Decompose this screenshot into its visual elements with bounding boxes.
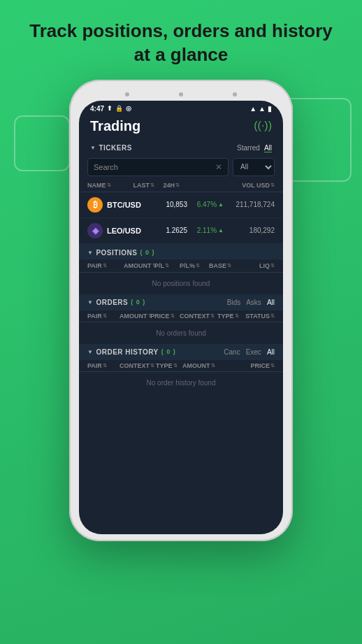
clear-search-icon[interactable]: ✕	[215, 162, 222, 172]
th-ord-amount: AMOUNT ⇅	[120, 313, 150, 320]
th-pos-base: BASE ⇅	[209, 262, 241, 269]
sort-pos-plpct-icon[interactable]: ⇅	[196, 263, 200, 269]
th-pos-liq: LIQ ⇅	[241, 262, 275, 269]
history-arrow: ▼	[87, 349, 93, 355]
phone-shell: 4:47 ⬆ 🔒 ◎ ▲ ▲ ▮ Trading ((·))	[69, 80, 293, 541]
phone-notch	[79, 90, 283, 101]
tab-exec[interactable]: Exec	[246, 348, 261, 356]
tab-bids[interactable]: Bids	[227, 299, 240, 306]
positions-table-header: PAIR ⇅ AMOUNT ⇅ P/L ⇅ P/L% ⇅	[79, 259, 283, 273]
sort-hist-context-icon[interactable]: ⇅	[150, 363, 154, 368]
tab-all-orders[interactable]: All	[267, 299, 275, 306]
tickers-title: ▼ TICKERS	[90, 144, 132, 152]
sort-ord-pair-icon[interactable]: ⇅	[103, 313, 107, 319]
orders-count-close: )	[143, 299, 145, 306]
headline: Track positions, orders and history at a…	[28, 20, 334, 67]
main-scroll-area[interactable]: ▼ TICKERS Starred All Search ✕ All	[79, 140, 283, 534]
phone-dot-2	[179, 92, 183, 96]
th-pos-plpct: P/L% ⇅	[180, 262, 209, 269]
sort-hist-pair-icon[interactable]: ⇅	[103, 363, 107, 368]
status-bar: 4:47 ⬆ 🔒 ◎ ▲ ▲ ▮	[79, 101, 283, 114]
battery-icon: ▮	[268, 105, 272, 113]
phone-screen: 4:47 ⬆ 🔒 ◎ ▲ ▲ ▮ Trading ((·))	[79, 101, 283, 534]
th-hist-context: CONTEXT ⇅	[120, 362, 156, 369]
th-pos-amount: AMOUNT ⇅	[124, 262, 154, 269]
th-pos-pair: PAIR ⇅	[87, 262, 124, 269]
sort-pos-pair-icon[interactable]: ⇅	[103, 263, 107, 269]
filter-select[interactable]: All Crypto Forex	[233, 158, 275, 176]
orders-table-header: PAIR ⇅ AMOUNT ⇅ PRICE ⇅ CONTEXT ⇅	[79, 310, 283, 322]
th-ord-type: TYPE ⇅	[217, 313, 244, 320]
no-orders-row: No orders found	[79, 322, 283, 344]
tickers-section-header: ▼ TICKERS Starred All	[79, 140, 283, 155]
leo-vol: 180,292	[224, 227, 275, 234]
sort-name-icon[interactable]: ⇅	[107, 183, 111, 188]
history-count-close: )	[173, 348, 176, 355]
sort-hist-type-icon[interactable]: ⇅	[173, 363, 178, 368]
btc-up-icon: ▲	[218, 201, 224, 208]
sort-pos-base-icon[interactable]: ⇅	[227, 263, 231, 269]
th-hist-pair: PAIR ⇅	[87, 362, 120, 369]
positions-count-close: )	[152, 249, 154, 256]
th-name: NAME ⇅	[87, 182, 124, 189]
nav-icon: ⬆	[107, 105, 113, 112]
th-ord-context: CONTEXT ⇅	[180, 313, 217, 320]
sort-hist-price-icon[interactable]: ⇅	[270, 363, 275, 368]
search-input-wrap[interactable]: Search ✕	[87, 158, 229, 176]
phone-dot-3	[233, 92, 237, 96]
app-title: Trading	[90, 118, 140, 134]
tab-all-history[interactable]: All	[267, 348, 275, 356]
th-hist-price: PRICE ⇅	[213, 362, 275, 369]
th-ord-pair: PAIR ⇅	[87, 313, 120, 320]
th-hist-type: TYPE ⇅	[156, 362, 182, 369]
tab-asks[interactable]: Asks	[246, 299, 261, 306]
th-hist-amount: AMOUNT ⇅	[182, 362, 213, 369]
no-positions-row: No positions found	[79, 273, 283, 294]
app-header: Trading ((·))	[79, 114, 283, 140]
live-feed-icon: ((·))	[254, 120, 272, 132]
leo-symbol: LEO/USD	[107, 227, 158, 235]
orders-tabs: Bids Asks All	[227, 299, 275, 306]
orders-count-open: (	[131, 299, 133, 306]
positions-arrow: ▼	[87, 250, 93, 256]
phone-mockup: 4:47 ⬆ 🔒 ◎ ▲ ▲ ▮ Trading ((·))	[69, 80, 293, 541]
leo-last: 1.2625	[158, 227, 187, 234]
orders-title: ▼ ORDERS ( 0 )	[87, 299, 145, 306]
th-pos-pl: P/L ⇅	[154, 262, 180, 269]
sort-ord-status-icon[interactable]: ⇅	[270, 313, 275, 319]
btc-change: 6.47% ▲	[187, 201, 224, 208]
leo-up-icon: ▲	[218, 227, 224, 234]
status-time: 4:47	[90, 105, 104, 113]
orders-section-header: ▼ ORDERS ( 0 ) Bids Asks All	[79, 294, 283, 310]
history-count-open: (	[161, 348, 164, 355]
phone-dot-1	[125, 92, 129, 96]
signal-icon: ▲	[249, 105, 256, 113]
status-right: ▲ ▲ ▮	[249, 105, 272, 113]
leo-change: 2.11% ▲	[187, 227, 224, 234]
th-vol-usd: VOL USD ⇅	[180, 182, 275, 189]
sort-ord-type-icon[interactable]: ⇅	[235, 313, 239, 319]
sort-pos-pl-icon[interactable]: ⇅	[165, 263, 169, 269]
history-section-header: ▼ ORDER HISTORY ( 0 ) Canc Exec All	[79, 344, 283, 360]
search-placeholder: Search	[94, 163, 215, 171]
sort-pos-liq-icon[interactable]: ⇅	[270, 263, 275, 269]
tab-canc[interactable]: Canc	[224, 348, 240, 356]
tickers-arrow: ▼	[90, 145, 96, 151]
ticker-row-btc[interactable]: ₿ BTC/USD 10,853 6.47% ▲ 211,718,724	[79, 192, 283, 218]
tab-all[interactable]: All	[264, 144, 272, 152]
sort-ord-price-icon[interactable]: ⇅	[171, 313, 175, 319]
sort-ord-context-icon[interactable]: ⇅	[210, 313, 215, 319]
wifi-signal-icon: ▲	[259, 105, 266, 113]
th-ord-price: PRICE ⇅	[150, 313, 180, 320]
th-24h: 24H ⇅	[154, 182, 180, 189]
ticker-row-leo[interactable]: ◈ LEO/USD 1.2625 2.11% ▲ 180,292	[79, 218, 283, 244]
decorative-line-1	[14, 115, 70, 171]
tab-starred[interactable]: Starred	[237, 144, 260, 152]
sort-vol-icon[interactable]: ⇅	[270, 183, 275, 188]
history-tabs: Canc Exec All	[224, 348, 275, 356]
search-row: Search ✕ All Crypto Forex	[79, 155, 283, 179]
btc-vol: 211,718,724	[224, 201, 275, 208]
history-table-header: PAIR ⇅ CONTEXT ⇅ TYPE ⇅ AMOUNT ⇅	[79, 360, 283, 372]
orders-arrow: ▼	[87, 299, 93, 306]
th-ord-status: STATUS ⇅	[244, 313, 275, 320]
